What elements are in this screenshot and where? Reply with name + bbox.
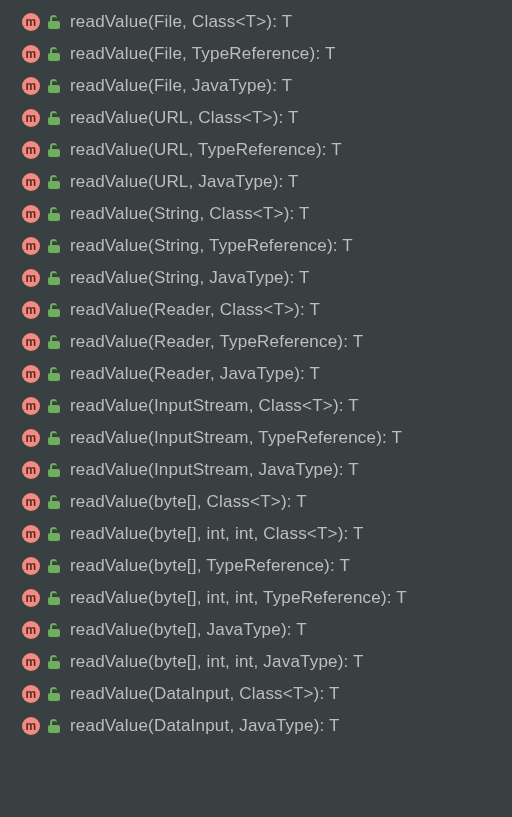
method-item[interactable]: mreadValue(DataInput, JavaType): T bbox=[0, 710, 512, 742]
unlocked-icon bbox=[48, 143, 60, 157]
method-icon: m bbox=[22, 621, 40, 639]
method-item[interactable]: mreadValue(byte[], Class<T>): T bbox=[0, 486, 512, 518]
method-icon: m bbox=[22, 141, 40, 159]
method-icon: m bbox=[22, 205, 40, 223]
method-signature: readValue(InputStream, TypeReference): T bbox=[70, 428, 402, 448]
unlocked-icon bbox=[48, 399, 60, 413]
method-signature: readValue(URL, TypeReference): T bbox=[70, 140, 342, 160]
method-icon: m bbox=[22, 589, 40, 607]
unlocked-icon bbox=[48, 15, 60, 29]
method-signature: readValue(byte[], Class<T>): T bbox=[70, 492, 307, 512]
method-item[interactable]: mreadValue(URL, TypeReference): T bbox=[0, 134, 512, 166]
method-icon: m bbox=[22, 77, 40, 95]
method-item[interactable]: mreadValue(String, JavaType): T bbox=[0, 262, 512, 294]
method-item[interactable]: mreadValue(String, Class<T>): T bbox=[0, 198, 512, 230]
unlocked-icon bbox=[48, 303, 60, 317]
method-icon: m bbox=[22, 301, 40, 319]
method-signature: readValue(File, JavaType): T bbox=[70, 76, 292, 96]
method-icon: m bbox=[22, 461, 40, 479]
method-signature: readValue(Reader, TypeReference): T bbox=[70, 332, 363, 352]
method-icon: m bbox=[22, 333, 40, 351]
unlocked-icon bbox=[48, 47, 60, 61]
unlocked-icon bbox=[48, 527, 60, 541]
unlocked-icon bbox=[48, 271, 60, 285]
method-icon: m bbox=[22, 45, 40, 63]
unlocked-icon bbox=[48, 335, 60, 349]
method-signature: readValue(File, Class<T>): T bbox=[70, 12, 292, 32]
method-icon: m bbox=[22, 13, 40, 31]
method-item[interactable]: mreadValue(InputStream, JavaType): T bbox=[0, 454, 512, 486]
method-item[interactable]: mreadValue(InputStream, Class<T>): T bbox=[0, 390, 512, 422]
method-signature: readValue(InputStream, Class<T>): T bbox=[70, 396, 359, 416]
method-item[interactable]: mreadValue(byte[], int, int, JavaType): … bbox=[0, 646, 512, 678]
method-icon: m bbox=[22, 237, 40, 255]
method-signature: readValue(byte[], JavaType): T bbox=[70, 620, 307, 640]
unlocked-icon bbox=[48, 687, 60, 701]
method-icon: m bbox=[22, 493, 40, 511]
method-icon: m bbox=[22, 717, 40, 735]
method-item[interactable]: mreadValue(URL, JavaType): T bbox=[0, 166, 512, 198]
method-signature: readValue(byte[], int, int, Class<T>): T bbox=[70, 524, 364, 544]
method-icon: m bbox=[22, 685, 40, 703]
method-icon: m bbox=[22, 653, 40, 671]
unlocked-icon bbox=[48, 239, 60, 253]
method-signature: readValue(URL, JavaType): T bbox=[70, 172, 299, 192]
method-item[interactable]: mreadValue(Reader, JavaType): T bbox=[0, 358, 512, 390]
method-item[interactable]: mreadValue(byte[], TypeReference): T bbox=[0, 550, 512, 582]
method-icon: m bbox=[22, 557, 40, 575]
method-signature: readValue(File, TypeReference): T bbox=[70, 44, 336, 64]
unlocked-icon bbox=[48, 463, 60, 477]
method-icon: m bbox=[22, 269, 40, 287]
method-signature: readValue(String, JavaType): T bbox=[70, 268, 310, 288]
method-signature: readValue(Reader, Class<T>): T bbox=[70, 300, 320, 320]
method-icon: m bbox=[22, 429, 40, 447]
method-signature: readValue(byte[], int, int, JavaType): T bbox=[70, 652, 364, 672]
method-item[interactable]: mreadValue(InputStream, TypeReference): … bbox=[0, 422, 512, 454]
method-signature: readValue(byte[], int, int, TypeReferenc… bbox=[70, 588, 407, 608]
method-item[interactable]: mreadValue(File, JavaType): T bbox=[0, 70, 512, 102]
method-signature: readValue(String, Class<T>): T bbox=[70, 204, 310, 224]
method-icon: m bbox=[22, 397, 40, 415]
method-list: mreadValue(File, Class<T>): TmreadValue(… bbox=[0, 0, 512, 752]
unlocked-icon bbox=[48, 623, 60, 637]
unlocked-icon bbox=[48, 79, 60, 93]
unlocked-icon bbox=[48, 175, 60, 189]
method-icon: m bbox=[22, 525, 40, 543]
method-item[interactable]: mreadValue(Reader, TypeReference): T bbox=[0, 326, 512, 358]
unlocked-icon bbox=[48, 495, 60, 509]
method-icon: m bbox=[22, 173, 40, 191]
method-signature: readValue(String, TypeReference): T bbox=[70, 236, 353, 256]
unlocked-icon bbox=[48, 111, 60, 125]
method-item[interactable]: mreadValue(URL, Class<T>): T bbox=[0, 102, 512, 134]
method-item[interactable]: mreadValue(Reader, Class<T>): T bbox=[0, 294, 512, 326]
method-item[interactable]: mreadValue(File, TypeReference): T bbox=[0, 38, 512, 70]
unlocked-icon bbox=[48, 559, 60, 573]
unlocked-icon bbox=[48, 591, 60, 605]
method-item[interactable]: mreadValue(byte[], int, int, TypeReferen… bbox=[0, 582, 512, 614]
method-signature: readValue(byte[], TypeReference): T bbox=[70, 556, 350, 576]
method-signature: readValue(InputStream, JavaType): T bbox=[70, 460, 359, 480]
method-item[interactable]: mreadValue(String, TypeReference): T bbox=[0, 230, 512, 262]
unlocked-icon bbox=[48, 367, 60, 381]
method-signature: readValue(DataInput, JavaType): T bbox=[70, 716, 340, 736]
method-icon: m bbox=[22, 109, 40, 127]
method-signature: readValue(Reader, JavaType): T bbox=[70, 364, 320, 384]
method-item[interactable]: mreadValue(DataInput, Class<T>): T bbox=[0, 678, 512, 710]
method-item[interactable]: mreadValue(File, Class<T>): T bbox=[0, 6, 512, 38]
method-icon: m bbox=[22, 365, 40, 383]
method-item[interactable]: mreadValue(byte[], JavaType): T bbox=[0, 614, 512, 646]
method-signature: readValue(DataInput, Class<T>): T bbox=[70, 684, 340, 704]
unlocked-icon bbox=[48, 431, 60, 445]
method-signature: readValue(URL, Class<T>): T bbox=[70, 108, 299, 128]
unlocked-icon bbox=[48, 655, 60, 669]
unlocked-icon bbox=[48, 207, 60, 221]
method-item[interactable]: mreadValue(byte[], int, int, Class<T>): … bbox=[0, 518, 512, 550]
unlocked-icon bbox=[48, 719, 60, 733]
